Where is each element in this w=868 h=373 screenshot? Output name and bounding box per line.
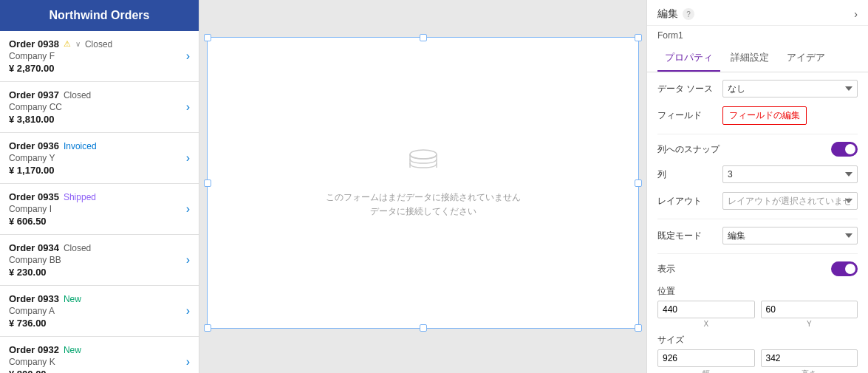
order-amount: ¥ 1,170.00 — [9, 165, 180, 176]
tabs-row: プロパティ 詳細設定 アイデア — [647, 45, 868, 72]
form-canvas[interactable]: このフォームはまだデータに接続されていません データに接続してください — [207, 37, 639, 329]
order-company: Company K — [9, 357, 180, 367]
snap-to-column-row: 列へのスナップ — [657, 142, 858, 157]
resize-handle-bl[interactable] — [204, 324, 211, 332]
order-number: Order 0936 — [9, 140, 59, 151]
columns-select[interactable]: 3 — [722, 165, 858, 183]
layout-select[interactable]: レイアウトが選択されていません — [722, 192, 858, 210]
layout-row: レイアウト レイアウトが選択されていません — [657, 192, 858, 210]
order-status: New — [64, 294, 81, 304]
resize-handle-mr[interactable] — [635, 179, 642, 187]
warning-icon: ⚠ — [64, 39, 71, 49]
sort-icon: ∨ — [75, 40, 81, 48]
help-icon[interactable]: ? — [683, 8, 694, 20]
field-value: フィールドの編集 — [722, 106, 858, 125]
snap-toggle[interactable] — [831, 142, 858, 157]
columns-row: 列 3 — [657, 165, 858, 183]
app-header: Northwind Orders — [0, 0, 199, 31]
layout-value[interactable]: レイアウトが選択されていません — [722, 192, 858, 210]
field-label: フィールド — [657, 109, 717, 122]
resize-handle-br[interactable] — [635, 324, 642, 332]
height-label: 高さ — [761, 369, 858, 373]
order-amount: ¥ 3,810.00 — [9, 114, 180, 125]
order-status: New — [64, 345, 81, 355]
size-width-input[interactable] — [657, 349, 755, 367]
order-company: Company I — [9, 204, 180, 214]
no-data-icon — [405, 147, 442, 183]
position-inputs: X Y — [657, 301, 858, 328]
visible-toggle[interactable] — [831, 261, 858, 276]
order-number: Order 0933 — [9, 293, 59, 304]
order-list-panel: Northwind Orders Order 0938 ⚠ ∨ Closed C… — [0, 0, 199, 373]
divider3 — [657, 253, 858, 254]
no-data-message: このフォームはまだデータに接続されていません データに接続してください — [326, 191, 521, 219]
list-item[interactable]: Order 0935 Shipped Company I ¥ 606.50 › — [0, 184, 199, 235]
list-item[interactable]: Order 0933 New Company A ¥ 736.00 › — [0, 286, 199, 337]
list-item[interactable]: Order 0932 New Company K ¥ 800.00 › — [0, 337, 199, 373]
width-label: 幅 — [657, 369, 755, 373]
data-source-label: データ ソース — [657, 83, 717, 95]
size-inputs: 幅 高さ — [657, 349, 858, 373]
default-mode-select[interactable]: 編集 — [722, 227, 858, 244]
chevron-right-icon: › — [186, 355, 190, 369]
order-company: Company BB — [9, 255, 180, 265]
list-item[interactable]: Order 0934 Closed Company BB ¥ 230.00 › — [0, 235, 199, 286]
snap-label: 列へのスナップ — [657, 143, 720, 156]
order-status: Invoiced — [64, 141, 97, 151]
position-label: 位置 — [657, 285, 858, 298]
default-mode-row: 既定モード 編集 — [657, 227, 858, 244]
tab-advanced[interactable]: 詳細設定 — [723, 45, 776, 72]
resize-handle-tr[interactable] — [635, 34, 642, 41]
order-amount: ¥ 230.00 — [9, 267, 180, 278]
visible-row: 表示 — [657, 261, 858, 276]
divider — [657, 134, 858, 134]
order-status: Closed — [85, 39, 112, 49]
layout-label: レイアウト — [657, 195, 717, 208]
position-y-field: Y — [761, 301, 858, 328]
size-height-input[interactable] — [761, 349, 858, 367]
position-y-input[interactable] — [761, 301, 858, 318]
order-company: Company Y — [9, 153, 180, 163]
y-label: Y — [761, 320, 858, 328]
order-number: Order 0935 — [9, 191, 59, 202]
order-amount: ¥ 606.50 — [9, 216, 180, 227]
resize-handle-ml[interactable] — [204, 179, 211, 187]
chevron-right-icon: › — [186, 202, 190, 216]
chevron-right-icon: › — [186, 253, 190, 267]
data-source-row: データ ソース なし — [657, 80, 858, 97]
columns-value[interactable]: 3 — [722, 165, 858, 183]
position-x-input[interactable] — [657, 301, 755, 318]
order-company: Company F — [9, 51, 180, 61]
app-title: Northwind Orders — [49, 9, 149, 21]
order-number: Order 0934 — [9, 242, 59, 253]
size-height-field: 高さ — [761, 349, 858, 373]
order-info: Order 0935 Shipped Company I ¥ 606.50 — [9, 191, 180, 227]
collapse-icon[interactable]: › — [854, 8, 858, 20]
chevron-right-icon: › — [186, 100, 190, 114]
order-amount: ¥ 736.00 — [9, 318, 180, 329]
panel-title: 編集 — [657, 7, 678, 21]
resize-handle-tl[interactable] — [204, 34, 211, 41]
tab-ideas[interactable]: アイデア — [779, 45, 833, 72]
chevron-right-icon: › — [186, 304, 190, 318]
resize-handle-tc[interactable] — [420, 34, 427, 41]
order-company: Company CC — [9, 102, 180, 112]
divider2 — [657, 219, 858, 219]
order-info: Order 0933 New Company A ¥ 736.00 — [9, 293, 180, 329]
default-mode-value[interactable]: 編集 — [722, 227, 858, 244]
field-row: フィールド フィールドの編集 — [657, 106, 858, 125]
list-item[interactable]: Order 0936 Invoiced Company Y ¥ 1,170.00… — [0, 133, 199, 184]
order-status: Shipped — [64, 192, 96, 202]
list-item[interactable]: Order 0937 Closed Company CC ¥ 3,810.00 … — [0, 82, 199, 133]
default-mode-label: 既定モード — [657, 230, 717, 242]
order-info: Order 0934 Closed Company BB ¥ 230.00 — [9, 242, 180, 278]
order-info: Order 0936 Invoiced Company Y ¥ 1,170.00 — [9, 140, 180, 176]
order-company: Company A — [9, 306, 180, 316]
data-source-value[interactable]: なし — [722, 80, 858, 97]
field-edit-button[interactable]: フィールドの編集 — [722, 106, 807, 125]
list-item[interactable]: Order 0938 ⚠ ∨ Closed Company F ¥ 2,870.… — [0, 31, 199, 82]
tab-properties[interactable]: プロパティ — [657, 45, 720, 72]
resize-handle-bc[interactable] — [420, 324, 427, 332]
data-source-select[interactable]: なし — [722, 80, 858, 97]
order-number: Order 0938 — [9, 38, 59, 49]
